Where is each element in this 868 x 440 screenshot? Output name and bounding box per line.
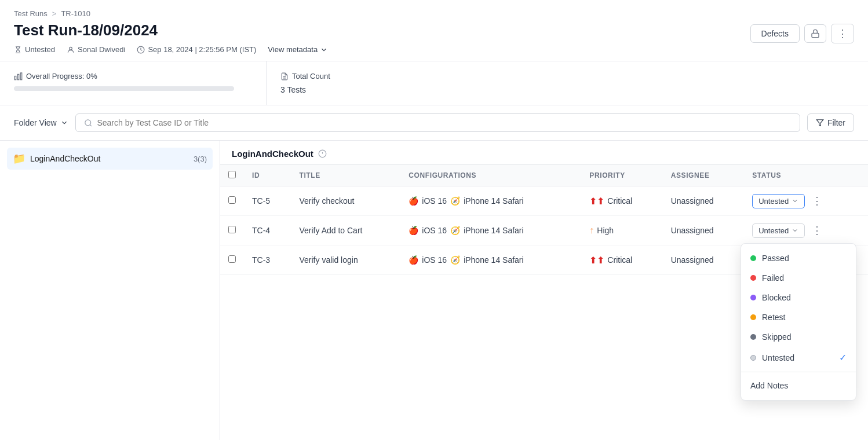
row-more-button[interactable]: ⋮	[808, 193, 826, 208]
apple-icon: 🍎	[409, 196, 418, 206]
svg-line-9	[90, 124, 92, 126]
total-count-title: Total Count	[292, 72, 330, 80]
row-checkbox[interactable]	[228, 255, 236, 263]
progress-text: Overall Progress: 0%	[26, 72, 97, 80]
apple-icon: 🍎	[409, 255, 418, 265]
status-badge[interactable]: Untested	[752, 194, 805, 208]
hourglass-icon	[14, 46, 22, 54]
progress-right: Total Count 3 Tests	[267, 61, 868, 105]
row-checkbox[interactable]	[228, 226, 236, 233]
blocked-label: Blocked	[762, 293, 791, 302]
config-text: iOS 16	[422, 255, 447, 265]
row-checkbox-cell	[220, 245, 244, 275]
table-header-row: ID TITLE CONFIGURATIONS PRIORITY ASSIGNE…	[220, 165, 868, 186]
row-checkbox-cell	[220, 216, 244, 245]
th-checkbox	[220, 165, 244, 186]
row-more-button[interactable]: ⋮	[808, 223, 826, 238]
dropdown-item-skipped[interactable]: Skipped	[741, 327, 856, 347]
bar-chart-icon	[14, 72, 23, 80]
filter-button[interactable]: Filter	[807, 113, 854, 132]
status-dropdown-menu: Passed Failed Blocked Retest Skipped Unt…	[741, 243, 856, 401]
user-icon	[67, 46, 75, 54]
th-id: ID	[244, 165, 291, 186]
total-count-label: Total Count	[280, 72, 854, 80]
priority-cell: ⬆⬆ Critical	[589, 196, 654, 207]
apple-icon: 🍎	[409, 226, 418, 235]
row-assignee: Unassigned	[663, 216, 745, 245]
defects-button[interactable]: Defects	[750, 24, 800, 43]
status-badge[interactable]: Untested	[752, 223, 805, 238]
more-button[interactable]: ⋮	[831, 24, 854, 43]
search-bar[interactable]	[75, 113, 800, 132]
breadcrumb: Test Runs > TR-1010	[14, 9, 854, 18]
safari-icon: 🧭	[450, 255, 460, 265]
dropdown-item-failed[interactable]: Failed	[741, 268, 856, 288]
breadcrumb-current: TR-1010	[61, 9, 90, 18]
config-device: iPhone 14 Safari	[464, 226, 524, 235]
row-id: TC-3	[244, 245, 291, 275]
row-config: 🍎 iOS 16 🧭 iPhone 14 Safari	[400, 245, 581, 275]
config-text: iOS 16	[422, 226, 447, 235]
status-badge-label: Untested	[758, 197, 789, 206]
select-all-checkbox[interactable]	[228, 171, 236, 178]
skipped-dot	[750, 334, 756, 340]
folder-view-button[interactable]: Folder View	[14, 118, 68, 127]
author-text: Sonal Dwivedi	[78, 45, 125, 54]
view-metadata-label: View metadata	[268, 45, 318, 54]
lock-button[interactable]	[804, 24, 826, 43]
failed-dot	[750, 275, 756, 281]
priority-cell: ⬆⬆ Critical	[589, 255, 654, 266]
page-title: Test Run-18/09/2024	[14, 21, 158, 39]
untested-label: Untested	[762, 353, 794, 362]
critical-priority-icon: ⬆⬆	[589, 196, 604, 207]
config-cell: 🍎 iOS 16 🧭 iPhone 14 Safari	[409, 255, 573, 265]
author-meta: Sonal Dwivedi	[67, 45, 125, 54]
row-id: TC-4	[244, 216, 291, 245]
th-priority: PRIORITY	[581, 165, 662, 186]
meta-row: Untested Sonal Dwivedi Sep 18, 2024 | 2:…	[14, 45, 854, 61]
more-icon: ⋮	[837, 28, 848, 39]
priority-cell: ↑ High	[589, 225, 654, 236]
dropdown-item-retest[interactable]: Retest	[741, 307, 856, 327]
filter-label: Filter	[827, 118, 845, 127]
high-priority-icon: ↑	[589, 225, 594, 236]
dropdown-item-blocked[interactable]: Blocked	[741, 288, 856, 307]
folder-item[interactable]: 📁 LoginAndCheckOut 3(3)	[7, 148, 213, 170]
config-cell: 🍎 iOS 16 🧭 iPhone 14 Safari	[409, 196, 573, 206]
dropdown-item-passed[interactable]: Passed	[741, 248, 856, 268]
row-status[interactable]: Untested ⋮	[744, 186, 868, 216]
breadcrumb-parent[interactable]: Test Runs	[14, 9, 48, 18]
search-input[interactable]	[97, 118, 791, 127]
th-title: TITLE	[291, 165, 401, 186]
row-config: 🍎 iOS 16 🧭 iPhone 14 Safari	[400, 216, 581, 245]
row-checkbox-cell	[220, 186, 244, 216]
th-assignee: ASSIGNEE	[663, 165, 745, 186]
dropdown-item-untested[interactable]: Untested ✓	[741, 347, 856, 368]
lock-icon	[811, 29, 820, 38]
row-priority: ⬆⬆ Critical	[581, 186, 662, 216]
table-row: TC-5 Verify checkout 🍎 iOS 16 🧭 iPhone 1…	[220, 186, 868, 216]
status-badge-label: Untested	[758, 226, 789, 235]
config-text: iOS 16	[422, 196, 447, 206]
row-priority: ↑ High	[581, 216, 662, 245]
row-priority: ⬆⬆ Critical	[581, 245, 662, 275]
row-status[interactable]: Untested ⋮	[744, 216, 868, 245]
total-count-value: 3 Tests	[280, 85, 854, 94]
retest-label: Retest	[762, 313, 785, 322]
add-notes-button[interactable]: Add Notes	[741, 376, 856, 395]
row-title: Verify checkout	[291, 186, 401, 216]
config-device: iPhone 14 Safari	[464, 196, 524, 206]
priority-label: Critical	[607, 196, 632, 206]
datetime-meta: Sep 18, 2024 | 2:25:56 PM (IST)	[137, 45, 256, 54]
critical-priority-icon: ⬆⬆	[589, 255, 604, 266]
document-icon	[280, 72, 289, 80]
th-status: STATUS	[744, 165, 868, 186]
view-metadata-button[interactable]: View metadata	[268, 45, 328, 54]
section-header: LoginAndCheckOut	[220, 141, 868, 165]
chevron-down-icon	[320, 46, 328, 54]
header-actions: Defects ⋮	[750, 24, 854, 43]
safari-icon: 🧭	[450, 226, 460, 235]
status-meta: Untested	[14, 45, 55, 54]
row-checkbox[interactable]	[228, 196, 236, 204]
toolbar: Folder View Filter	[0, 105, 868, 141]
